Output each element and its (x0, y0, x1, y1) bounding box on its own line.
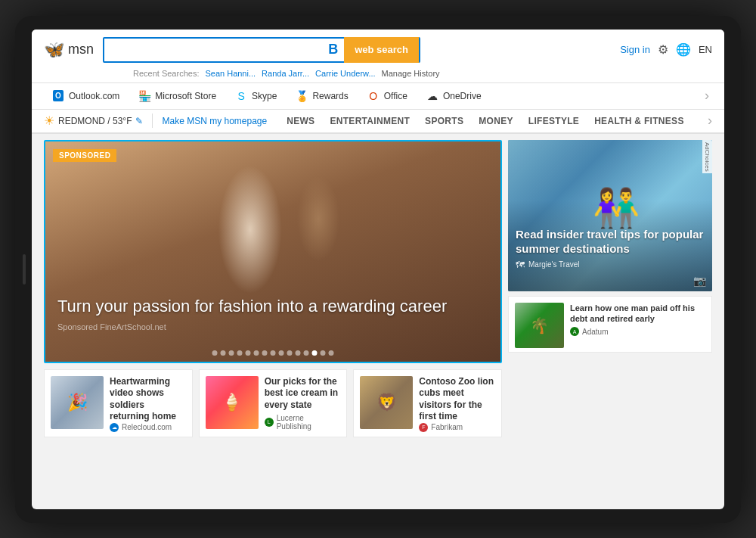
debt-thumbnail (515, 303, 564, 348)
sign-in-button[interactable]: Sign in (620, 44, 650, 55)
search-input[interactable] (104, 44, 322, 56)
news-row: Heartwarming video shows soldiers return… (44, 369, 502, 437)
recent-item-3[interactable]: Carrie Underw... (315, 69, 375, 78)
debt-card[interactable]: Learn how one man paid off his debt and … (508, 296, 712, 353)
outlook-icon: O (51, 89, 65, 103)
nav-onedrive-label: OneDrive (443, 91, 482, 101)
news-card-2[interactable]: Our picks for the best ice cream in ever… (199, 369, 348, 437)
dot-7[interactable] (262, 350, 268, 356)
news-source-3: F Fabrikam (419, 423, 495, 432)
main-content: SPONSORED Turn your passion for fashion … (32, 134, 724, 509)
source-name-3: Fabrikam (431, 423, 463, 431)
news-info-2: Our picks for the best ice cream in ever… (265, 376, 341, 431)
dot-5[interactable] (246, 350, 251, 356)
travel-card[interactable]: AdChoices Read insider travel tips for p… (508, 140, 712, 291)
news-info-3: Contoso Zoo lion cubs meet visitors for … (419, 376, 495, 431)
nav-arrow-icon[interactable]: › (702, 85, 712, 107)
nav-rewards-label: Rewards (312, 91, 348, 101)
header-actions: Sign in ⚙ 🌐 EN (620, 42, 712, 57)
nav-outlook[interactable]: O Outlook.com (44, 83, 127, 109)
nav-rewards[interactable]: 🏅 Rewards (287, 83, 355, 109)
left-column: SPONSORED Turn your passion for fashion … (44, 140, 502, 503)
source-dot-2: L (265, 418, 274, 427)
nav-store[interactable]: 🏪 Microsoft Store (130, 83, 224, 109)
dot-10[interactable] (287, 350, 293, 356)
travel-source: 🗺 Margie's Travel (516, 260, 705, 270)
recent-item-1[interactable]: Sean Hanni... (205, 69, 256, 78)
edit-location-icon[interactable]: ✎ (135, 116, 143, 126)
search-button[interactable]: web search (344, 37, 419, 63)
nav-onedrive[interactable]: ☁ OneDrive (418, 83, 489, 109)
source-dot-1: ☁ (110, 423, 119, 432)
ad-choices[interactable]: AdChoices (702, 140, 712, 174)
news-source-2: L Lucerne Publishing (265, 414, 341, 431)
source-name-2: Lucerne Publishing (277, 414, 341, 431)
homepage-link[interactable]: Make MSN my homepage (162, 116, 267, 126)
debt-source-name: Adatum (582, 328, 608, 336)
msn-logo: 🦋 msn (44, 40, 94, 60)
nav-store-label: Microsoft Store (155, 91, 216, 101)
cat-lifestyle[interactable]: LIFESTYLE (521, 110, 587, 132)
rewards-icon: 🏅 (295, 89, 308, 103)
manage-history-link[interactable]: Manage History (382, 69, 440, 78)
hero-source-name: FineArtSchool.net (100, 322, 166, 331)
store-icon: 🏪 (138, 89, 151, 103)
news-thumb-1 (51, 376, 104, 429)
nav-links-bar: O Outlook.com 🏪 Microsoft Store S Skype … (32, 83, 724, 110)
news-headline-2: Our picks for the best ice cream in ever… (265, 376, 341, 412)
news-card-3[interactable]: Contoso Zoo lion cubs meet visitors for … (353, 369, 502, 437)
location-label: REDMOND / 53°F (58, 116, 132, 126)
dot-4[interactable] (237, 350, 243, 356)
hero-card[interactable]: SPONSORED Turn your passion for fashion … (44, 140, 502, 363)
dot-14[interactable] (321, 350, 326, 356)
nav-office[interactable]: O Office (359, 83, 415, 109)
soldiers-thumbnail (51, 376, 104, 429)
cat-sports[interactable]: SPORTS (417, 110, 471, 132)
hero-title: Turn your passion for fashion into a rew… (57, 296, 488, 318)
globe-icon[interactable]: 🌐 (676, 42, 691, 57)
category-arrow-icon[interactable]: › (708, 113, 712, 129)
cat-entertainment[interactable]: ENTERTAINMENT (322, 110, 417, 132)
dot-6[interactable] (254, 350, 259, 356)
dot-3[interactable] (229, 350, 234, 356)
travel-source-name: Margie's Travel (528, 260, 580, 269)
nav-skype-label: Skype (252, 91, 277, 101)
language-label: EN (699, 44, 712, 55)
camera-icon: 📷 (693, 275, 706, 287)
location-widget: ☀ REDMOND / 53°F ✎ (44, 114, 153, 128)
header: 🦋 msn B web search Sign in ⚙ 🌐 EN Recent… (32, 30, 724, 83)
dot-15[interactable] (329, 350, 334, 356)
hero-source: Sponsored FineArtSchool.net (57, 322, 488, 331)
travel-source-icon: 🗺 (516, 260, 525, 270)
cat-money[interactable]: MONEY (471, 110, 521, 132)
recent-item-2[interactable]: Randa Jarr... (262, 69, 309, 78)
search-bar: B web search (103, 37, 420, 63)
hero-dots (212, 350, 334, 356)
news-card-1[interactable]: Heartwarming video shows soldiers return… (44, 369, 193, 437)
office-icon: O (367, 89, 380, 103)
nav-skype[interactable]: S Skype (227, 83, 284, 109)
recent-label: Recent Searches: (133, 69, 199, 78)
dot-12[interactable] (304, 350, 309, 356)
cat-news[interactable]: NEWS (279, 110, 322, 132)
screen: 🦋 msn B web search Sign in ⚙ 🌐 EN Recent… (32, 30, 724, 509)
dot-1[interactable] (212, 350, 218, 356)
onedrive-icon: ☁ (426, 89, 439, 103)
msn-label: msn (68, 42, 94, 58)
dot-11[interactable] (296, 350, 301, 356)
category-bar: ☀ REDMOND / 53°F ✎ Make MSN my homepage … (32, 110, 724, 134)
hero-source-label: Sponsored (57, 322, 98, 331)
dot-8[interactable] (271, 350, 276, 356)
skype-icon: S (234, 89, 248, 103)
settings-icon[interactable]: ⚙ (658, 42, 668, 57)
news-thumb-3 (360, 376, 413, 429)
debt-info: Learn how one man paid off his debt and … (570, 303, 705, 346)
dot-13[interactable] (312, 350, 318, 356)
travel-text: Read insider travel tips for popular sum… (516, 227, 705, 270)
zoo-thumbnail (360, 376, 413, 429)
news-info-1: Heartwarming video shows soldiers return… (110, 376, 186, 431)
dot-2[interactable] (221, 350, 226, 356)
dot-9[interactable] (279, 350, 284, 356)
butterfly-icon: 🦋 (44, 40, 64, 60)
cat-health[interactable]: HEALTH & FITNESS (587, 110, 692, 132)
